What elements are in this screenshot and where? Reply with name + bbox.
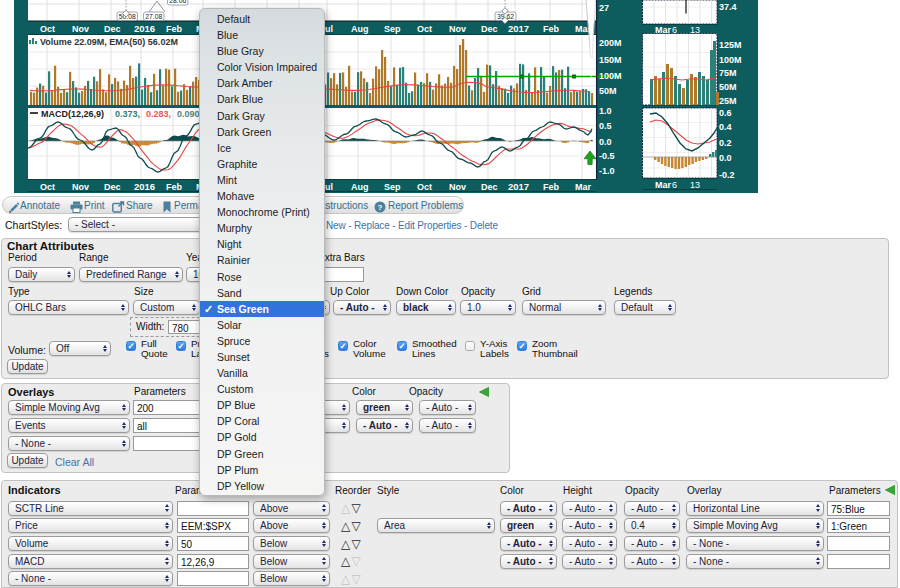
svg-text:0.373,: 0.373,	[115, 109, 140, 119]
svg-text:Nov: Nov	[449, 182, 466, 192]
svg-text:Nov: Nov	[72, 182, 89, 192]
svg-text:150M: 150M	[599, 55, 622, 65]
svg-text:0.2: 0.2	[719, 138, 732, 148]
svg-text:Oct: Oct	[417, 182, 432, 192]
svg-text:Nov: Nov	[72, 24, 89, 34]
svg-text:-1.0: -1.0	[599, 166, 615, 176]
svg-text:1.0: 1.0	[599, 106, 612, 116]
svg-text:100M: 100M	[599, 71, 622, 81]
svg-text:Dec: Dec	[481, 24, 498, 34]
svg-text:28.06: 28.06	[169, 0, 186, 4]
svg-text:37.4: 37.4	[719, 2, 737, 12]
svg-text:125M: 125M	[719, 40, 742, 50]
svg-text:Dec: Dec	[104, 182, 121, 192]
svg-text:Volume 22.09M, EMA(50) 56.02M: Volume 22.09M, EMA(50) 56.02M	[40, 37, 178, 47]
svg-text:0.283,: 0.283,	[146, 109, 171, 119]
svg-text:0.4: 0.4	[719, 122, 732, 132]
svg-text:13: 13	[690, 180, 700, 190]
svg-text:50M: 50M	[599, 86, 617, 96]
svg-text:?: ?	[378, 203, 383, 212]
svg-text:Mar: Mar	[575, 182, 592, 192]
svg-text:Feb: Feb	[543, 182, 560, 192]
svg-text:6: 6	[672, 180, 677, 190]
svg-text:Dec: Dec	[481, 182, 498, 192]
svg-text:Oct: Oct	[40, 182, 55, 192]
svg-text:Oct: Oct	[417, 24, 432, 34]
svg-text:Mar: Mar	[655, 25, 672, 35]
svg-text:Aug: Aug	[351, 24, 369, 34]
svg-text:Feb: Feb	[166, 182, 183, 192]
svg-text:MACD(12,26,9): MACD(12,26,9)	[41, 109, 104, 119]
svg-text:0.6: 0.6	[719, 108, 732, 118]
svg-text:6: 6	[672, 25, 677, 35]
svg-text:Mar: Mar	[655, 180, 672, 190]
svg-text:0.0: 0.0	[599, 137, 612, 147]
svg-text:Oct: Oct	[40, 24, 55, 34]
svg-text:0.0: 0.0	[719, 153, 732, 163]
svg-text:27.08: 27.08	[145, 13, 162, 20]
svg-text:Sep: Sep	[384, 24, 401, 34]
svg-text:50M: 50M	[719, 82, 737, 92]
svg-text:75M: 75M	[719, 68, 737, 78]
svg-text:25M: 25M	[719, 96, 737, 106]
svg-text:Dec: Dec	[104, 24, 121, 34]
svg-text:0.5: 0.5	[599, 121, 612, 131]
svg-text:13: 13	[690, 25, 700, 35]
svg-text:2017: 2017	[508, 23, 529, 34]
svg-text:Feb: Feb	[166, 24, 183, 34]
svg-text:0.090: 0.090	[177, 109, 200, 119]
svg-text:Aug: Aug	[351, 182, 369, 192]
svg-text:Nov: Nov	[449, 24, 466, 34]
svg-text:2016: 2016	[134, 23, 155, 34]
svg-text:200M: 200M	[599, 38, 622, 48]
svg-text:Feb: Feb	[543, 24, 560, 34]
svg-text:-0.5: -0.5	[599, 151, 615, 161]
svg-text:2016: 2016	[134, 181, 155, 192]
svg-text:Sep: Sep	[384, 182, 401, 192]
svg-text:27: 27	[599, 3, 609, 13]
svg-text:100M: 100M	[719, 55, 742, 65]
svg-text:-0.2: -0.2	[719, 170, 735, 180]
svg-text:2017: 2017	[508, 181, 529, 192]
